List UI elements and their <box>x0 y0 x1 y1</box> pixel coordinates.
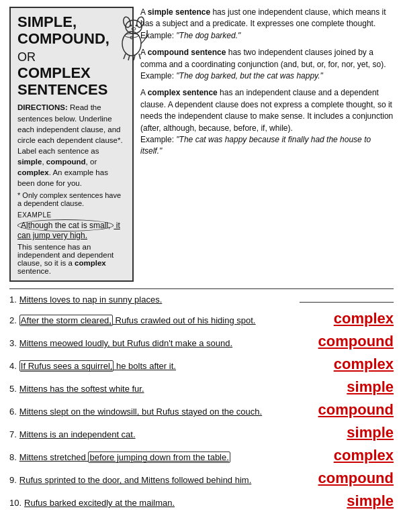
sentence-2-num: 2. <box>9 315 17 325</box>
sentence-9-answer: compound <box>318 470 394 487</box>
sentence-10: 10. Rufus barked excitedly at the mailma… <box>9 492 394 510</box>
instructions-text: DIRECTIONS: Read the sentences below. Un… <box>17 102 126 189</box>
title-line3: OR COMPLEX <box>17 48 109 82</box>
sentence-8-num: 8. <box>9 452 17 462</box>
sentence-1-num: 1. <box>9 295 17 305</box>
example-label: EXAMPLE <box>17 211 126 219</box>
sentence-8-text: Mittens stretched before jumping down fr… <box>19 452 327 462</box>
title-box: SIMPLE, COMPOUND, OR COMPLEX SENTENCES <box>9 7 134 282</box>
sentence-4-answer: complex <box>334 356 394 373</box>
definitions-section: A simple sentence has just one independe… <box>140 7 394 282</box>
sentence-7-text: Mittens is an independent cat. <box>19 429 340 439</box>
sentence-2-boxed: After the storm cleared, <box>19 315 113 326</box>
sentence-10-text: Rufus barked excitedly at the mailman. <box>24 498 340 508</box>
svg-line-7 <box>124 54 126 59</box>
sentence-6-answer: compound <box>318 401 394 419</box>
sentence-6: 6. Mittens slept on the windowsill, but … <box>9 401 394 419</box>
sentence-1-text: Mittens loves to nap in sunny places. <box>19 295 294 305</box>
sentence-1: 1. Mittens loves to nap in sunny places. <box>9 295 394 305</box>
sentence-5: 5. Mittens has the softest white fur. si… <box>9 378 394 396</box>
sentence-4: 4. If Rufus sees a squirrel, he bolts af… <box>9 356 394 373</box>
sentence-10-answer: simple <box>347 492 394 510</box>
note-text: * Only complex sentences have a dependen… <box>17 191 126 207</box>
sentence-2-answer: complex <box>334 310 394 327</box>
sentence-7: 7. Mittens is an independent cat. simple <box>9 424 394 441</box>
title-line1: SIMPLE, <box>17 13 109 30</box>
sentence-8-underline: Mittens stretched <box>19 452 89 462</box>
def-complex: A complex sentence has an independent cl… <box>140 87 394 157</box>
sentence-7-answer: simple <box>347 424 394 441</box>
sentences-section: 1. Mittens loves to nap in sunny places.… <box>9 295 394 510</box>
title-text: SIMPLE, COMPOUND, OR COMPLEX SENTENCES <box>17 13 109 98</box>
sentence-7-num: 7. <box>9 429 17 439</box>
sentence-6-num: 6. <box>9 407 17 417</box>
sentence-2-text: After the storm cleared, Rufus crawled o… <box>19 315 327 325</box>
sentence-9-text: Rufus sprinted to the door, and Mittens … <box>19 475 312 485</box>
sentence-3-text: Mittens meowed loudly, but Rufus didn't … <box>19 338 312 348</box>
sentence-4-text: If Rufus sees a squirrel, he bolts after… <box>19 361 327 371</box>
example-circled-part: Although the cat is small, <box>17 219 114 231</box>
svg-point-11 <box>125 34 138 38</box>
sentence-2: 2. After the storm cleared, Rufus crawle… <box>9 310 394 327</box>
title-line2: COMPOUND, <box>17 30 109 47</box>
sentence-3-num: 3. <box>9 338 17 348</box>
svg-point-5 <box>135 25 137 27</box>
sentence-8: 8. Mittens stretched before jumping down… <box>9 447 394 464</box>
def-simple: A simple sentence has just one independe… <box>140 7 394 42</box>
sentence-5-text: Mittens has the softest white fur. <box>19 384 340 394</box>
title-line4: SENTENCES <box>17 81 109 98</box>
def-compound: A compound sentence has two independent … <box>140 47 394 82</box>
example-sentence-container: Although the cat is small, it can jump v… <box>17 220 126 240</box>
example-note: This sentence has an independent and dep… <box>17 243 126 275</box>
svg-line-8 <box>128 55 130 60</box>
sentence-4-num: 4. <box>9 361 17 371</box>
svg-point-2 <box>122 16 132 28</box>
sentence-3: 3. Mittens meowed loudly, but Rufus didn… <box>9 333 394 350</box>
sentence-9: 9. Rufus sprinted to the door, and Mitte… <box>9 470 394 487</box>
sentence-6-text: Mittens slept on the windowsill, but Ruf… <box>19 407 312 417</box>
sentence-9-num: 9. <box>9 475 17 485</box>
top-section: SIMPLE, COMPOUND, OR COMPLEX SENTENCES <box>9 7 394 282</box>
sentence-5-answer: simple <box>347 378 394 396</box>
sentence-4-rest: he bolts after it. <box>114 361 176 371</box>
sentence-2-rest: Rufus crawled out of his hiding spot. <box>113 315 255 325</box>
sentence-8-boxed: before jumping down from the table. <box>88 451 230 463</box>
svg-point-6 <box>132 28 136 30</box>
sentence-8-answer: complex <box>334 447 394 464</box>
svg-point-4 <box>130 25 132 27</box>
sentence-1-blank <box>300 302 394 303</box>
section-divider <box>9 288 394 289</box>
sentence-5-num: 5. <box>9 384 17 394</box>
sentence-10-num: 10. <box>9 498 21 508</box>
sentence-3-answer: compound <box>318 333 394 350</box>
sentence-4-boxed: If Rufus sees a squirrel, <box>19 360 114 372</box>
